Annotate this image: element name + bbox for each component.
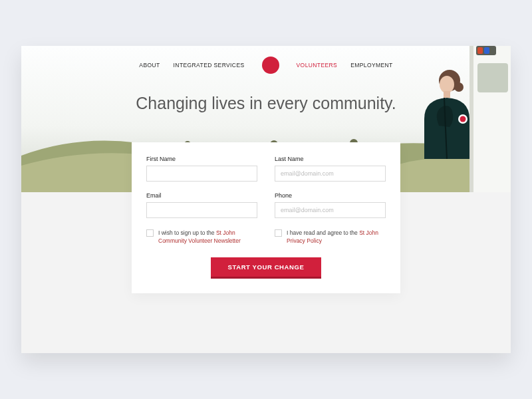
newsletter-lead: I wish to sign up to the <box>158 229 216 236</box>
newsletter-checkbox[interactable] <box>146 229 154 237</box>
newsletter-check: I wish to sign up to the St John Communi… <box>146 229 257 245</box>
email-label: Email <box>146 192 257 199</box>
phone-input[interactable] <box>275 202 386 218</box>
main-nav: ABOUT INTEGRATED SERVICES VOLUNTEERS EMP… <box>21 46 511 74</box>
page: ABOUT INTEGRATED SERVICES VOLUNTEERS EMP… <box>21 46 511 353</box>
privacy-lead: I have read and agree to the <box>287 229 359 236</box>
page-headline: Changing lives in every community. <box>21 94 511 113</box>
privacy-check: I have read and agree to the St John Pri… <box>275 229 386 245</box>
newsletter-text: I wish to sign up to the St John Communi… <box>158 229 257 245</box>
phone-field: Phone <box>275 192 386 218</box>
last-name-input[interactable] <box>275 166 386 182</box>
svg-point-21 <box>460 116 466 122</box>
privacy-text: I have read and agree to the St John Pri… <box>287 229 386 245</box>
submit-button[interactable]: START YOUR CHANGE <box>211 257 322 279</box>
first-name-input[interactable] <box>146 166 257 182</box>
logo-icon[interactable] <box>262 57 279 74</box>
email-field: Email <box>146 192 257 218</box>
last-name-field: Last Name <box>275 156 386 182</box>
email-input[interactable] <box>146 202 257 218</box>
nav-volunteers[interactable]: VOLUNTEERS <box>297 62 338 68</box>
nav-integrated-services[interactable]: INTEGRATED SERVICES <box>174 62 245 68</box>
nav-employment[interactable]: EMPLOYMENT <box>350 62 393 68</box>
svg-point-17 <box>454 82 464 92</box>
first-name-label: First Name <box>146 156 257 162</box>
privacy-checkbox[interactable] <box>275 229 282 237</box>
last-name-label: Last Name <box>275 156 386 162</box>
signup-form: First Name Last Name Email Phone I <box>132 142 400 293</box>
first-name-field: First Name <box>146 156 257 182</box>
nav-about[interactable]: ABOUT <box>139 62 160 68</box>
phone-label: Phone <box>275 192 386 199</box>
svg-point-18 <box>440 76 454 93</box>
